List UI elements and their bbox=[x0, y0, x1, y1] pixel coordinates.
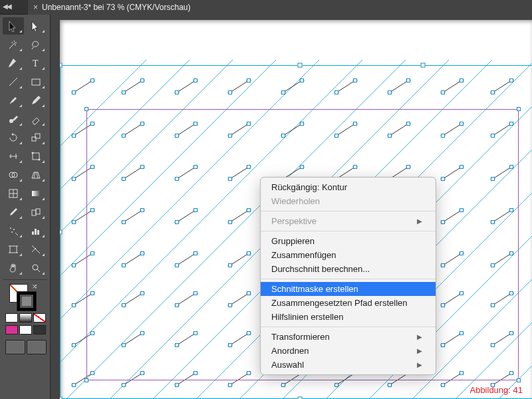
anchor-point[interactable] bbox=[175, 220, 179, 224]
anchor-point[interactable] bbox=[460, 291, 464, 295]
menu-item[interactable]: Zusammenfügen bbox=[261, 248, 436, 262]
anchor-point[interactable] bbox=[491, 177, 495, 181]
blend-tool[interactable] bbox=[25, 203, 47, 221]
bbox-handle[interactable] bbox=[60, 230, 63, 235]
anchor-point[interactable] bbox=[247, 122, 251, 126]
anchor-point[interactable] bbox=[491, 220, 495, 224]
anchor-point[interactable] bbox=[194, 165, 198, 169]
anchor-point[interactable] bbox=[247, 208, 251, 212]
anchor-point[interactable] bbox=[194, 208, 198, 212]
anchor-point[interactable] bbox=[441, 177, 445, 181]
anchor-point[interactable] bbox=[509, 371, 513, 375]
anchor-point[interactable] bbox=[140, 208, 144, 212]
anchor-point[interactable] bbox=[140, 331, 144, 335]
lasso-tool[interactable] bbox=[25, 36, 47, 53]
anchor-point[interactable] bbox=[388, 383, 392, 387]
anchor-point[interactable] bbox=[140, 165, 144, 169]
fill-none[interactable] bbox=[33, 313, 46, 323]
pencil-tool[interactable] bbox=[25, 92, 47, 109]
slice-tool[interactable] bbox=[25, 241, 47, 258]
menu-item[interactable]: Durchschnitt berechnen... bbox=[261, 262, 436, 276]
anchor-point[interactable] bbox=[491, 90, 495, 94]
anchor-point[interactable] bbox=[90, 122, 94, 126]
anchor-point[interactable] bbox=[491, 343, 495, 347]
bbox-handle[interactable] bbox=[298, 397, 303, 400]
anchor-point[interactable] bbox=[194, 371, 198, 375]
anchor-point[interactable] bbox=[460, 122, 464, 126]
anchor-point[interactable] bbox=[353, 165, 357, 169]
anchor-point[interactable] bbox=[509, 208, 513, 212]
anchor-point[interactable] bbox=[300, 165, 304, 169]
anchor-point[interactable] bbox=[140, 251, 144, 255]
rotate-tool[interactable] bbox=[3, 129, 24, 146]
anchor-point[interactable] bbox=[194, 251, 198, 255]
anchor-point[interactable] bbox=[194, 331, 198, 335]
anchor-point[interactable] bbox=[509, 331, 513, 335]
anchor-point[interactable] bbox=[90, 208, 94, 212]
free-transform-tool[interactable] bbox=[25, 148, 47, 165]
anchor-point[interactable] bbox=[388, 134, 392, 138]
anchor-point[interactable] bbox=[175, 177, 179, 181]
anchor-point[interactable] bbox=[491, 134, 495, 138]
zoom-tool[interactable] bbox=[25, 259, 47, 277]
screen-mode-normal[interactable] bbox=[5, 340, 25, 354]
anchor-point[interactable] bbox=[72, 220, 76, 224]
clip-handle[interactable] bbox=[84, 107, 88, 111]
bbox-handle[interactable] bbox=[421, 63, 426, 68]
hand-tool[interactable] bbox=[3, 259, 24, 277]
color-white[interactable] bbox=[19, 325, 32, 334]
anchor-point[interactable] bbox=[509, 165, 513, 169]
anchor-point[interactable] bbox=[72, 177, 76, 181]
anchor-point[interactable] bbox=[460, 208, 464, 212]
anchor-point[interactable] bbox=[441, 134, 445, 138]
anchor-point[interactable] bbox=[281, 90, 285, 94]
anchor-point[interactable] bbox=[122, 343, 126, 347]
eraser-tool[interactable] bbox=[25, 110, 47, 128]
clip-handle[interactable] bbox=[517, 107, 521, 111]
anchor-point[interactable] bbox=[441, 303, 445, 307]
menu-item[interactable]: Anordnen▶ bbox=[261, 344, 436, 358]
fill-gradient[interactable] bbox=[19, 313, 32, 323]
anchor-point[interactable] bbox=[90, 291, 94, 295]
anchor-point[interactable] bbox=[228, 90, 232, 94]
anchor-point[interactable] bbox=[175, 90, 179, 94]
bbox-handle[interactable] bbox=[60, 397, 63, 400]
clip-handle[interactable] bbox=[84, 378, 88, 382]
anchor-point[interactable] bbox=[441, 220, 445, 224]
perspective-grid-tool[interactable] bbox=[25, 166, 47, 184]
mesh-tool[interactable] bbox=[3, 185, 24, 202]
anchor-point[interactable] bbox=[247, 78, 251, 82]
bbox-handle[interactable] bbox=[60, 63, 63, 68]
eyedropper-tool[interactable] bbox=[3, 203, 24, 221]
anchor-point[interactable] bbox=[509, 78, 513, 82]
anchor-point[interactable] bbox=[353, 78, 357, 82]
anchor-point[interactable] bbox=[175, 263, 179, 267]
menu-item[interactable]: Zusammengesetzten Pfad erstellen bbox=[261, 296, 436, 310]
anchor-point[interactable] bbox=[406, 78, 410, 82]
symbol-sprayer-tool[interactable] bbox=[3, 222, 24, 239]
swap-fill-stroke-icon[interactable]: ⤭ bbox=[32, 283, 37, 290]
selection-tool[interactable] bbox=[3, 17, 24, 35]
anchor-point[interactable] bbox=[228, 343, 232, 347]
anchor-point[interactable] bbox=[247, 251, 251, 255]
anchor-point[interactable] bbox=[460, 78, 464, 82]
anchor-point[interactable] bbox=[441, 90, 445, 94]
anchor-point[interactable] bbox=[175, 343, 179, 347]
anchor-point[interactable] bbox=[122, 177, 126, 181]
anchor-point[interactable] bbox=[140, 291, 144, 295]
anchor-point[interactable] bbox=[228, 263, 232, 267]
anchor-point[interactable] bbox=[460, 165, 464, 169]
anchor-point[interactable] bbox=[175, 303, 179, 307]
anchor-point[interactable] bbox=[194, 122, 198, 126]
scale-tool[interactable] bbox=[25, 129, 47, 146]
close-tab-icon[interactable]: × bbox=[33, 3, 38, 12]
anchor-point[interactable] bbox=[90, 165, 94, 169]
menu-item[interactable]: Auswahl▶ bbox=[261, 358, 436, 372]
anchor-point[interactable] bbox=[441, 383, 445, 387]
anchor-point[interactable] bbox=[228, 383, 232, 387]
anchor-point[interactable] bbox=[228, 134, 232, 138]
anchor-point[interactable] bbox=[194, 291, 198, 295]
anchor-point[interactable] bbox=[491, 303, 495, 307]
color-black[interactable] bbox=[33, 325, 46, 334]
gradient-tool[interactable] bbox=[25, 185, 47, 202]
